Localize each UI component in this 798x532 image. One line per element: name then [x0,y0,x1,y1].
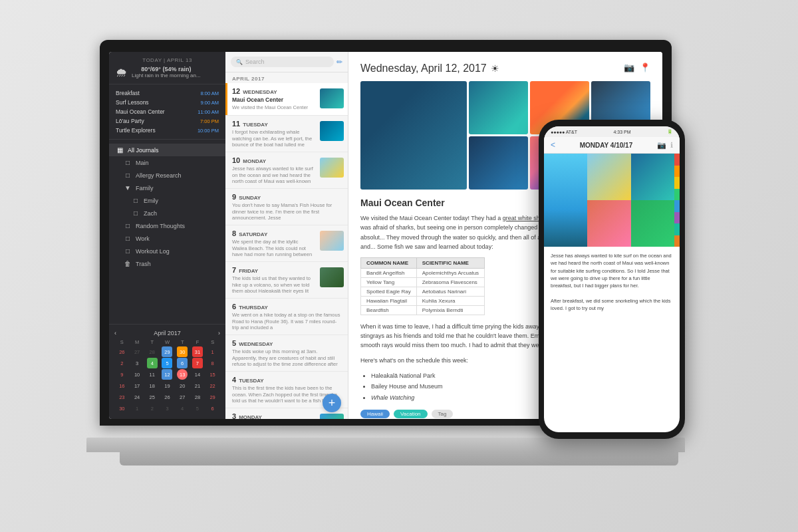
entry-day-name: TUESDAY [243,122,268,128]
event-ocean: Maui Ocean Center 11:00 AM [116,107,219,116]
cal-day[interactable]: 26 [162,392,172,402]
fish-row-2: Yellow Tang Zebrasoma Flavescens [361,277,485,287]
phone-info-icon[interactable]: ℹ [670,141,673,150]
calendar-prev-btn[interactable]: ‹ [114,330,116,336]
journal-icon: □ [124,172,132,179]
sidebar-item-family[interactable]: ▼ Family [109,182,225,194]
cal-day[interactable]: 30 [177,346,188,357]
cal-day[interactable]: 12 [162,369,172,380]
cal-day-today[interactable]: 13 [177,369,188,380]
cal-day[interactable]: 18 [147,380,158,391]
cal-day[interactable]: 4 [147,358,158,368]
cal-day[interactable]: 31 [192,346,203,357]
event-time: 8:00 AM [200,90,219,96]
cal-day[interactable]: 19 [162,380,172,391]
cal-day[interactable]: 16 [116,380,127,391]
nav-label: Main [136,160,149,166]
cal-day[interactable]: 2 [116,358,127,368]
cal-day[interactable]: 11 [147,369,158,380]
entry-item-11[interactable]: 11 TUESDAY I forgot how exhilarating wha… [225,116,348,152]
fish-table-header-scientific: SCIENTIFIC NAME [416,257,484,268]
entry-item-7[interactable]: 7 FRIDAY The kids told us that they want… [225,262,348,299]
entry-weather-icon: ☀ [491,63,499,74]
cal-day[interactable]: 5 [192,403,203,414]
cal-day[interactable]: 14 [192,369,203,380]
tag-vacation[interactable]: Vacation [394,410,428,418]
cal-day[interactable]: 20 [177,380,188,391]
phone-nav-icons: 📷 ℹ [657,141,673,150]
cal-day[interactable]: 29 [162,346,172,357]
sidebar-item-zach[interactable]: □ Zach [109,207,225,219]
entry-item-5[interactable]: 5 WEDNESDAY The kids woke up this mornin… [225,335,348,372]
cal-day[interactable]: 7 [192,358,203,368]
sidebar-item-emily[interactable]: □ Emily [109,194,225,207]
sidebar-weather: 🌧 80°/69° (54% rain) Light rain in the m… [116,66,219,80]
cal-day[interactable]: 5 [162,358,172,368]
entry-item-12[interactable]: 12 WEDNESDAY Maui Ocean Center We visite… [225,83,348,116]
entry-day-name: WEDNESDAY [239,341,273,347]
cal-day[interactable]: 28 [147,346,158,357]
entry-item-10[interactable]: 10 MONDAY Jesse has always wanted to kit… [225,152,348,189]
nav-label: Family [136,185,154,192]
cal-day[interactable]: 27 [132,346,142,357]
search-box[interactable]: 🔍 Search [231,57,334,67]
nav-label: Trash [136,261,151,267]
cal-day[interactable]: 3 [162,403,172,414]
cal-day[interactable]: 9 [116,369,127,380]
entry-day-name: SATURDAY [239,231,267,237]
phone-back-button[interactable]: < [551,140,555,150]
cal-day[interactable]: 4 [177,403,188,414]
cal-day[interactable]: 6 [177,358,188,368]
sidebar-calendar: ‹ April 2017 › S M T W T F S [109,324,225,419]
sidebar-item-workout[interactable]: □ Workout Log [109,245,225,257]
fish-row-5: Beardfish Polymixia Berndti [361,305,485,315]
cal-day[interactable]: 21 [192,380,203,391]
cal-day[interactable]: 27 [177,392,188,402]
compose-icon[interactable]: ✏ [336,58,342,66]
cal-day[interactable]: 22 [207,380,218,391]
cal-day[interactable]: 25 [147,392,158,402]
fish-row-3: Spotted Eagle Ray Aetobatus Narinari [361,287,485,296]
cal-day[interactable]: 26 [116,346,127,357]
sidebar-item-work[interactable]: □ Work [109,232,225,245]
cal-day[interactable]: 30 [116,403,127,414]
cal-day[interactable]: 23 [116,392,127,402]
phone-camera-icon[interactable]: 📷 [657,141,666,150]
entry-date: 5 WEDNESDAY [232,339,341,347]
cal-day[interactable]: 29 [207,392,218,402]
event-name: Maui Ocean Center [116,108,165,115]
cal-day[interactable]: 10 [132,369,142,380]
photo-ray [469,136,528,190]
entry-day-name: MONDAY [243,158,266,164]
entry-day-num: 6 [232,303,236,311]
cal-day[interactable]: 3 [132,358,142,368]
tag-tag[interactable]: Tag [432,410,454,418]
cal-day[interactable]: 17 [132,380,142,391]
cal-day[interactable]: 15 [207,369,218,380]
sidebar-item-main[interactable]: □ Main [109,156,225,169]
cal-day[interactable]: 2 [147,403,158,414]
new-entry-button[interactable]: + [323,394,341,412]
sidebar-item-all-journals[interactable]: ▦ All Journals [109,144,225,156]
cal-day[interactable]: 1 [207,346,218,357]
fish-table-header-common: COMMON NAME [361,257,417,268]
cal-day[interactable]: 24 [132,392,142,402]
location-icon[interactable]: 📍 [640,63,650,72]
cal-day[interactable]: 28 [192,392,203,402]
sidebar-item-random[interactable]: □ Random Thoughts [109,219,225,232]
nav-label: Random Thoughts [136,223,185,229]
entry-item-9[interactable]: 9 SUNDAY You don't have to say Mama's Fi… [225,189,348,225]
camera-icon[interactable]: 📷 [624,63,634,72]
calendar-next-btn[interactable]: › [218,330,220,336]
cal-day[interactable]: 1 [132,403,142,414]
cal-day[interactable]: 6 [207,403,218,414]
entry-item-6[interactable]: 6 THURSDAY We went on a hike today at a … [225,299,348,335]
sidebar-item-trash[interactable]: 🗑 Trash [109,257,225,270]
sidebar-item-allergy[interactable]: □ Allergy Research [109,169,225,182]
entry-item-8[interactable]: 8 SATURDAY We spent the day at the idyll… [225,225,348,262]
fish-row-4: Hawaiian Flagtail Kuhlia Xexura [361,296,485,305]
entry-thumbnail [320,267,344,287]
entry-day-num: 8 [232,229,236,237]
cal-day[interactable]: 8 [207,358,218,368]
tag-hawaii[interactable]: Hawaii [360,410,390,418]
